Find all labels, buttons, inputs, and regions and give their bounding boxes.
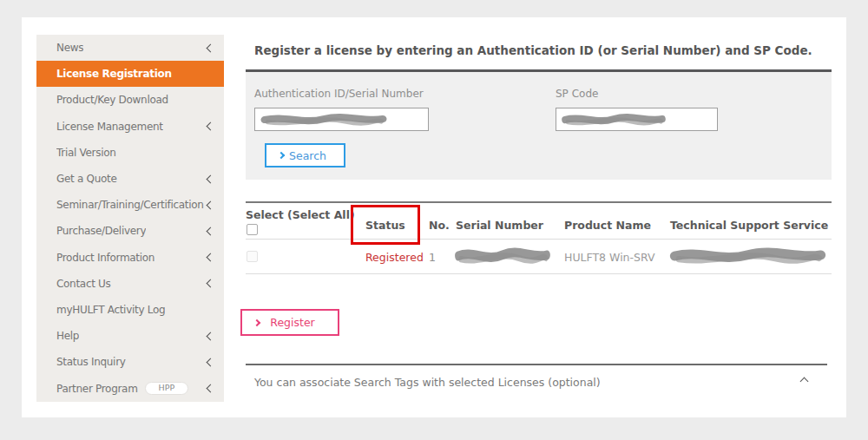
search-tags-note: You can associate Search Tags with selec… (254, 376, 601, 389)
serial-number-header: Serial Number (456, 219, 543, 232)
sidebar-item-label: myHULFT Activity Log (56, 304, 165, 316)
sidebar-item-label: Partner Program (56, 383, 138, 395)
chevron-up-icon (800, 378, 809, 386)
chevron-left-icon (207, 253, 215, 262)
product-name-header: Product Name (564, 219, 651, 232)
sidebar-item-help[interactable]: Help (36, 323, 224, 349)
sidebar-item-label: Product Information (56, 252, 155, 264)
tech-support-header: Technical Support Service (670, 219, 828, 232)
sidebar-item-status-inquiry[interactable]: Status Inquiry (36, 349, 224, 375)
redacted-sp-code-value (561, 112, 667, 128)
sidebar-item-purchase-delivery[interactable]: Purchase/Delivery (36, 218, 224, 244)
sidebar-item-label: Trial Version (56, 147, 116, 159)
sidebar-item-license-registration[interactable]: License Registration (36, 61, 224, 87)
select-all-header: Select (Select All) (246, 208, 355, 221)
page-title: Register a license by entering an Authen… (254, 43, 840, 57)
sidebar-item-label: News (56, 42, 83, 54)
sidebar-item-label: Help (56, 330, 79, 342)
table-header-row: Select (Select All) Status No. Serial Nu… (246, 203, 832, 240)
redacted-tech-support-value (668, 246, 827, 266)
sidebar-item-product-information[interactable]: Product Information (36, 245, 224, 271)
sidebar-item-contact-us[interactable]: Contact Us (36, 271, 224, 297)
table-row: Registered 1 HULFT8 Win-SRV (246, 240, 832, 274)
sidebar-item-myhulft-activity-log[interactable]: myHULFT Activity Log (36, 297, 224, 323)
redacted-auth-id-value (260, 112, 388, 128)
status-header: Status (365, 219, 405, 232)
product-name-value: HULFT8 Win-SRV (564, 251, 655, 264)
sidebar-item-news[interactable]: News (36, 35, 224, 61)
redacted-serial-number (454, 246, 551, 266)
sidebar-item-label: License Management (56, 121, 163, 133)
sidebar-item-seminar-training-certification[interactable]: Seminar/Training/Certification (36, 192, 224, 218)
sidebar-item-license-management[interactable]: License Management (36, 114, 224, 140)
sidebar-item-label: Status Inquiry (56, 356, 126, 368)
sidebar-item-label: Get a Quote (56, 173, 117, 185)
sidebar-item-product-key-download[interactable]: Product/Key Download (36, 87, 224, 113)
chevron-left-icon (207, 358, 215, 366)
search-button[interactable]: Search (265, 143, 345, 167)
sidebar-item-label: License Registration (56, 68, 172, 80)
chevron-left-icon (207, 227, 215, 235)
sidebar-item-get-a-quote[interactable]: Get a Quote (36, 166, 224, 192)
license-table: Select (Select All) Status No. Serial Nu… (246, 201, 832, 274)
chevron-left-icon (207, 384, 215, 393)
sp-code-input[interactable] (556, 108, 718, 131)
register-button-label: Register (260, 316, 338, 329)
sidebar-item-partner-program[interactable]: Partner Program HPP (36, 375, 224, 401)
row-select-checkbox[interactable] (247, 251, 258, 262)
search-button-label: Search (284, 149, 344, 162)
chevron-left-icon (207, 279, 215, 288)
sidebar-nav: News License Registration Product/Key Do… (36, 35, 224, 402)
select-all-checkbox[interactable] (247, 224, 258, 235)
sp-code-label: SP Code (556, 88, 598, 100)
sidebar-item-label: Product/Key Download (56, 94, 168, 106)
sidebar-item-label: Purchase/Delivery (56, 225, 146, 237)
sidebar-item-label: Seminar/Training/Certification (56, 199, 204, 211)
auth-id-label: Authentication ID/Serial Number (254, 88, 424, 100)
chevron-left-icon (207, 43, 215, 52)
register-button[interactable]: Register (240, 309, 339, 336)
license-search-panel: Authentication ID/Serial Number SP Code … (246, 69, 832, 180)
chevron-left-icon (207, 200, 215, 209)
chevron-left-icon (207, 174, 215, 183)
no-value: 1 (429, 251, 436, 264)
auth-id-input[interactable] (254, 108, 429, 131)
chevron-left-icon (207, 332, 215, 340)
status-value: Registered (365, 251, 424, 264)
chevron-left-icon (207, 122, 215, 131)
content-card: News License Registration Product/Key Do… (22, 17, 846, 417)
hpp-badge: HPP (145, 382, 189, 395)
search-tags-section: You can associate Search Tags with selec… (246, 364, 827, 365)
no-header: No. (429, 219, 450, 232)
collapse-toggle[interactable] (801, 378, 812, 389)
sidebar-item-label: Contact Us (56, 278, 111, 290)
sidebar-item-trial-version[interactable]: Trial Version (36, 140, 224, 166)
